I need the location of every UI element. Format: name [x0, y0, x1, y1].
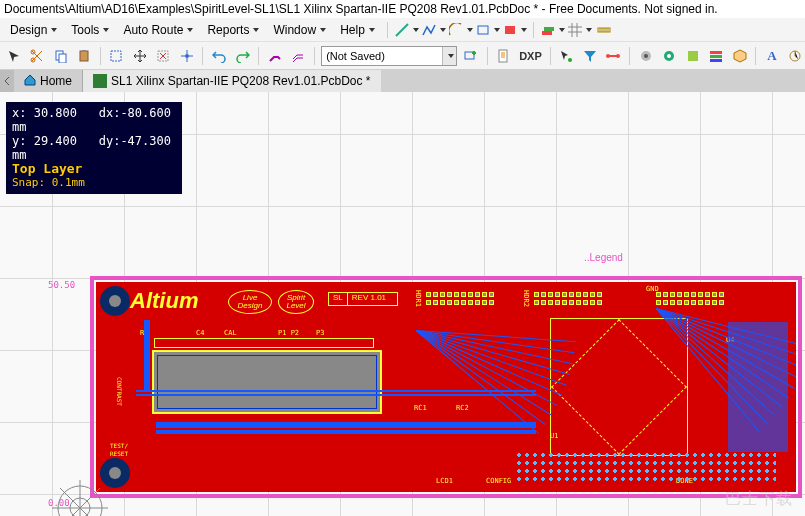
route-diff-pair-icon[interactable] — [289, 46, 308, 66]
deselect-icon[interactable] — [154, 46, 173, 66]
pad-icon[interactable] — [659, 46, 678, 66]
svg-point-13 — [185, 54, 189, 58]
chevron-down-icon — [187, 28, 193, 32]
svg-rect-24 — [710, 51, 722, 54]
menu-design[interactable]: Design — [4, 21, 63, 39]
pointer-tool[interactable] — [4, 46, 23, 66]
menu-tools[interactable]: Tools — [65, 21, 115, 39]
layers-button[interactable] — [540, 22, 565, 38]
svg-point-16 — [568, 58, 572, 62]
svg-point-18 — [616, 54, 620, 58]
tab-document[interactable]: SL1 Xilinx Spartan-IIE PQ208 Rev1.01.Pcb… — [83, 70, 380, 92]
trace-fanout — [416, 310, 566, 460]
hdr2-pins — [534, 292, 602, 297]
lcd-footprint — [152, 350, 382, 414]
filter-icon[interactable] — [580, 46, 599, 66]
cursor-pick-icon[interactable] — [557, 46, 576, 66]
menu-auto-route[interactable]: Auto Route — [117, 21, 199, 39]
separator — [202, 47, 203, 65]
separator — [533, 22, 534, 38]
svg-rect-15 — [499, 50, 507, 62]
document-tab-bar: Home SL1 Xilinx Spartan-IIE PQ208 Rev1.0… — [0, 70, 805, 92]
svg-rect-8 — [59, 54, 66, 63]
svg-rect-0 — [478, 26, 488, 34]
move-icon[interactable] — [130, 46, 149, 66]
snap-icon[interactable] — [177, 46, 196, 66]
menu-design-label: Design — [10, 23, 47, 37]
ref-contrast: CONTRAST — [116, 377, 123, 406]
window-title: Documents\Altium\AD16\Examples\SpiritLev… — [0, 0, 805, 18]
menu-bar: Design Tools Auto Route Reports Window H… — [0, 18, 805, 42]
add-view-icon[interactable] — [461, 46, 480, 66]
ref-cal: CAL — [224, 329, 237, 337]
legend-text: ..Legend — [584, 252, 623, 263]
toolbar: (Not Saved) DXP A — [0, 42, 805, 70]
dxp-button[interactable]: DXP — [517, 46, 544, 66]
paste-icon[interactable] — [74, 46, 93, 66]
ref-hdr1: HDR1 — [414, 290, 422, 307]
separator — [100, 47, 101, 65]
cursor-hud: x: 30.800 dx:-80.600 mm y: 29.400 dy:-47… — [6, 102, 182, 194]
chevron-down-icon — [253, 28, 259, 32]
saved-view-dropdown[interactable]: (Not Saved) — [321, 46, 457, 66]
draw-arc-button[interactable] — [448, 22, 473, 38]
tab-home-label: Home — [40, 74, 72, 88]
origin-marker — [52, 480, 108, 516]
ruler-button[interactable] — [594, 20, 614, 40]
dimension-icon[interactable] — [786, 46, 805, 66]
ref-reset: RESET — [110, 450, 128, 457]
net-color-icon[interactable] — [604, 46, 623, 66]
chevron-down-icon — [440, 28, 446, 32]
chevron-down-icon — [369, 28, 375, 32]
chevron-down-icon — [467, 28, 473, 32]
hud-x: x: 30.800 — [12, 106, 77, 120]
report-icon[interactable] — [494, 46, 513, 66]
redo-icon[interactable] — [233, 46, 252, 66]
separator — [487, 47, 488, 65]
pcb-workspace[interactable]: ..Legend 50.50 0.00 -1.00x Altium LiveDe… — [0, 92, 805, 516]
ref-p3: P3 — [316, 329, 324, 337]
paste-special-icon[interactable] — [683, 46, 702, 66]
svg-rect-3 — [544, 27, 554, 31]
pcb-board[interactable]: Altium LiveDesign SpiritLevel SLREV 1.01… — [96, 282, 796, 492]
draw-rect-button[interactable] — [475, 22, 500, 38]
menu-reports[interactable]: Reports — [201, 21, 265, 39]
menu-window[interactable]: Window — [267, 21, 332, 39]
header-row-top — [154, 338, 374, 348]
trace-fanout-right — [656, 288, 796, 438]
menu-window-label: Window — [273, 23, 316, 37]
route-track-icon[interactable] — [265, 46, 284, 66]
svg-rect-9 — [80, 51, 88, 61]
3d-icon[interactable] — [730, 46, 749, 66]
menu-help-label: Help — [340, 23, 365, 37]
draw-line-button[interactable] — [394, 22, 419, 38]
draw-polyline-button[interactable] — [421, 22, 446, 38]
scissors-icon[interactable] — [27, 46, 46, 66]
copy-icon[interactable] — [51, 46, 70, 66]
menu-autoroute-label: Auto Route — [123, 23, 183, 37]
svg-rect-25 — [710, 55, 722, 58]
draw-fill-button[interactable] — [502, 22, 527, 38]
chevron-down-icon — [521, 28, 527, 32]
tab-home[interactable]: Home — [14, 70, 83, 92]
separator — [629, 47, 630, 65]
spirit-level-logo: SpiritLevel — [278, 290, 314, 314]
layer-stack-icon[interactable] — [706, 46, 725, 66]
board-top-layer: Altium LiveDesign SpiritLevel SLREV 1.01… — [96, 282, 796, 492]
separator — [314, 47, 315, 65]
svg-rect-23 — [688, 51, 698, 61]
separator — [387, 22, 388, 38]
place-string-icon[interactable]: A — [762, 46, 781, 66]
tab-scroll-left[interactable] — [0, 70, 14, 92]
ref-lcd1: LCD1 — [436, 477, 453, 485]
altium-logo: Altium — [130, 288, 198, 314]
undo-icon[interactable] — [209, 46, 228, 66]
svg-rect-10 — [82, 50, 86, 52]
menu-help[interactable]: Help — [334, 21, 381, 39]
via-icon[interactable] — [636, 46, 655, 66]
grid-button[interactable] — [567, 22, 592, 38]
chevron-down-icon — [413, 28, 419, 32]
select-rect-icon[interactable] — [107, 46, 126, 66]
chevron-down-icon — [320, 28, 326, 32]
mounting-hole-tl — [100, 286, 130, 316]
